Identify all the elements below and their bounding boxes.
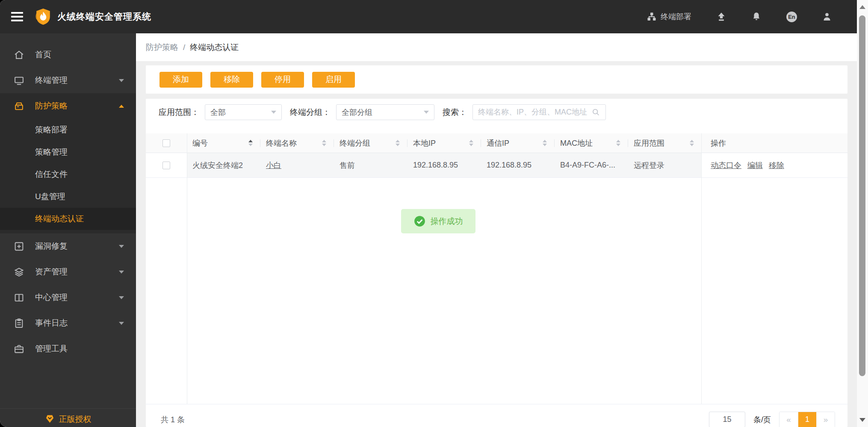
hamburger-menu-icon[interactable]	[0, 0, 26, 33]
app-title: 火绒终端安全管理系统	[57, 11, 151, 23]
search-box	[472, 104, 606, 120]
sidebar-item-home[interactable]: 首页	[0, 42, 136, 68]
sort-control-mac[interactable]	[616, 140, 620, 146]
cell-scope: 远程登录	[628, 153, 702, 177]
column-header-terminal[interactable]: 终端名称	[266, 138, 297, 148]
user-account-icon[interactable]	[822, 12, 832, 22]
prev-page-button[interactable]: «	[779, 412, 798, 427]
upload-icon[interactable]	[716, 12, 726, 22]
fixed-column-divider-right	[701, 133, 702, 404]
enable-button[interactable]: 启用	[312, 72, 355, 88]
column-header-comm-ip[interactable]: 通信IP	[487, 138, 509, 148]
submenu-label: U盘管理	[35, 191, 65, 202]
sidebar-item-label: 终端管理	[35, 75, 68, 86]
terminal-name-link[interactable]: 小白	[266, 160, 281, 171]
breadcrumb-parent[interactable]: 防护策略	[146, 42, 178, 53]
current-page-button[interactable]: 1	[798, 412, 816, 427]
sidebar-subitem-policy-mgmt[interactable]: 策略管理	[0, 141, 136, 163]
sidebar-item-label: 防护策略	[35, 100, 68, 112]
column-header-local-ip[interactable]: 本地IP	[413, 138, 436, 148]
chevron-down-icon	[424, 111, 429, 114]
sidebar-item-label: 漏洞修复	[35, 241, 68, 252]
sort-control-comm-ip[interactable]	[543, 140, 547, 146]
table-card: 应用范围： 全部 终端分组： 全部分组 搜索：	[146, 99, 847, 427]
submenu-label: 策略管理	[35, 147, 68, 158]
breadcrumb-current: 终端动态认证	[190, 42, 239, 53]
license-label: 正版授权	[59, 414, 92, 427]
group-filter-label: 终端分组：	[290, 107, 331, 118]
sidebar-subitem-trusted-files[interactable]: 信任文件	[0, 163, 136, 186]
search-icon[interactable]	[591, 108, 600, 117]
page-scrollbar[interactable]	[857, 0, 868, 427]
sort-control-id[interactable]	[248, 140, 253, 146]
app-window: 火绒终端安全管理系统 终端部署 En	[0, 0, 868, 427]
chevron-down-icon	[119, 79, 124, 82]
group-select[interactable]: 全部分组	[336, 104, 434, 120]
protection-policy-submenu: 策略部署 策略管理 信任文件 U盘管理 终端动态认证	[0, 119, 136, 233]
scrollbar-up-arrow-icon[interactable]	[859, 5, 865, 9]
column-header-group[interactable]: 终端分组	[340, 138, 370, 148]
home-icon	[14, 50, 24, 60]
sidebar-item-admin-tools[interactable]: 管理工具	[0, 336, 136, 362]
column-header-scope[interactable]: 应用范围	[634, 138, 664, 148]
scope-filter-label: 应用范围：	[159, 107, 199, 118]
terminal-deploy-label: 终端部署	[661, 12, 691, 22]
sidebar-subitem-usb-mgmt[interactable]: U盘管理	[0, 186, 136, 208]
sidebar-subitem-terminal-dynamic-auth[interactable]: 终端动态认证	[0, 208, 136, 230]
clipboard-icon	[14, 318, 24, 329]
license-button[interactable]: 正版授权	[0, 408, 136, 427]
scrollbar-down-arrow-icon[interactable]	[859, 418, 865, 422]
next-page-button[interactable]: »	[816, 412, 835, 427]
table-row[interactable]: 火绒安全终端2 小白 售前 192.168.8.95 192.168.8.95 …	[146, 153, 847, 178]
row-checkbox[interactable]	[162, 162, 170, 169]
scope-select[interactable]: 全部	[205, 104, 282, 120]
sidebar-item-event-log[interactable]: 事件日志	[0, 310, 136, 336]
terminal-deploy-button[interactable]: 终端部署	[647, 12, 691, 22]
column-header-mac[interactable]: MAC地址	[560, 138, 593, 148]
search-input[interactable]	[478, 108, 591, 117]
scrollbar-thumb[interactable]	[859, 15, 865, 376]
sort-control-scope[interactable]	[690, 140, 694, 146]
sort-control-local-ip[interactable]	[469, 140, 473, 146]
sidebar-item-protection-policy[interactable]: 防护策略	[0, 93, 136, 119]
language-toggle-icon[interactable]: En	[786, 12, 797, 22]
otp-action-link[interactable]: 动态口令	[711, 160, 741, 171]
sidebar-item-center-mgmt[interactable]: 中心管理	[0, 285, 136, 310]
chevron-up-icon	[119, 105, 124, 108]
main-content: 防护策略 / 终端动态认证 添加 移除 停用 启用 应用范围： 全部 终端分组：…	[136, 33, 857, 427]
remove-action-link[interactable]: 移除	[769, 160, 784, 171]
sort-control-group[interactable]	[396, 140, 400, 146]
sidebar: 首页 终端管理 防护策略 策略部署 策略管理 信任文件	[0, 33, 136, 427]
sidebar-item-vuln-fix[interactable]: 漏洞修复	[0, 233, 136, 259]
policy-box-icon	[14, 101, 24, 112]
chevron-down-icon	[119, 296, 124, 299]
sidebar-item-terminal-mgmt[interactable]: 终端管理	[0, 68, 136, 93]
page-size-input[interactable]	[709, 412, 745, 427]
sidebar-subitem-policy-deploy[interactable]: 策略部署	[0, 119, 136, 141]
submenu-label: 策略部署	[35, 124, 68, 135]
cell-mac: B4-A9-FC-A6-...	[555, 153, 628, 177]
edit-action-link[interactable]: 编辑	[747, 160, 763, 171]
remove-button[interactable]: 移除	[210, 72, 253, 88]
add-button[interactable]: 添加	[159, 72, 202, 88]
success-toast: 操作成功	[401, 209, 475, 233]
cell-local-ip: 192.168.8.95	[407, 153, 481, 177]
layers-icon	[14, 267, 24, 277]
filter-row: 应用范围： 全部 终端分组： 全部分组 搜索：	[159, 104, 847, 120]
plus-square-icon	[14, 241, 24, 252]
select-all-checkbox[interactable]	[162, 139, 170, 147]
topbar-actions: 终端部署 En	[647, 12, 832, 22]
sort-control-terminal[interactable]	[322, 140, 326, 146]
toast-message: 操作成功	[431, 216, 463, 227]
briefcase-icon	[14, 344, 24, 354]
pager: « 1 »	[779, 412, 835, 427]
topbar: 火绒终端安全管理系统 终端部署 En	[0, 0, 857, 33]
disable-button[interactable]: 停用	[261, 72, 304, 88]
sidebar-item-label: 首页	[35, 49, 51, 60]
group-select-value: 全部分组	[342, 107, 372, 118]
license-badge-icon	[45, 414, 55, 424]
sidebar-item-asset-mgmt[interactable]: 资产管理	[0, 259, 136, 285]
column-header-id[interactable]: 编号	[192, 138, 208, 148]
notifications-bell-icon[interactable]	[751, 12, 762, 22]
breadcrumb-separator: /	[183, 43, 185, 52]
